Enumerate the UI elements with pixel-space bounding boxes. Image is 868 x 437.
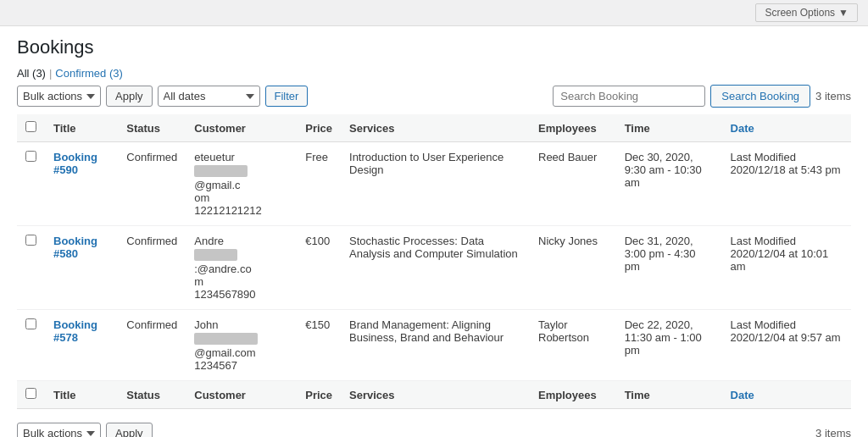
row-date-590: Last Modified 2020/12/18 at 5:43 pm	[722, 142, 851, 226]
customer-email-domain-580: :@andre.co	[194, 263, 251, 275]
row-employees-578: Taylor Robertson	[530, 310, 616, 381]
header-customer: Customer	[186, 114, 297, 142]
all-dates-select[interactable]: All dates December 2020	[158, 86, 260, 107]
customer-name-580: Andre	[194, 235, 288, 247]
customer-name-590: eteuetur	[194, 151, 288, 163]
top-controls: Bulk actions Delete Apply All dates Dece…	[17, 85, 851, 108]
screen-options-label: Screen Options	[765, 7, 835, 19]
table-footer-header-row: Title Status Customer Price Services Emp…	[17, 381, 851, 409]
row-services-578: Brand Management: Aligning Business, Bra…	[341, 310, 530, 381]
main-content: Bookings All (3) | Confirmed (3) Bulk ac…	[0, 26, 868, 437]
items-count-bottom: 3 items	[815, 427, 851, 437]
items-count-top: 3 items	[815, 90, 851, 102]
row-status-580: Confirmed	[118, 226, 186, 310]
row-time-590: Dec 30, 2020, 9:30 am - 10:30 am	[616, 142, 722, 226]
customer-email-590	[194, 165, 248, 177]
footer-header-time: Time	[616, 381, 722, 409]
header-title: Title	[45, 114, 118, 142]
screen-options-bar: Screen Options ▼	[0, 0, 868, 26]
customer-phone-590: 12212121212	[194, 204, 262, 217]
row-time-578: Dec 22, 2020, 11:30 am - 1:00 pm	[616, 310, 722, 381]
row-price-590: Free	[297, 142, 341, 226]
table-row: Booking #578 Confirmed John @gmail.com 1…	[17, 310, 851, 381]
filter-button[interactable]: Filter	[265, 86, 309, 107]
row-date-578: Last Modified 2020/12/04 at 9:57 am	[722, 310, 851, 381]
filter-link-all[interactable]: All (3)	[17, 67, 46, 80]
customer-email-m-580: m	[194, 275, 203, 288]
screen-options-chevron-icon: ▼	[838, 7, 849, 19]
row-services-580: Stochastic Processes: Data Analysis and …	[341, 226, 530, 310]
header-price: Price	[297, 114, 341, 142]
row-select-578[interactable]	[25, 318, 36, 329]
table-row: Booking #590 Confirmed eteuetur @gmail.c…	[17, 142, 851, 226]
row-date-580: Last Modified 2020/12/04 at 10:01 am	[722, 226, 851, 310]
footer-header-date[interactable]: Date	[722, 381, 851, 409]
header-date[interactable]: Date	[722, 114, 851, 142]
customer-email-domain-578: @gmail.com	[194, 346, 255, 359]
row-time-580: Dec 31, 2020, 3:00 pm - 4:30 pm	[616, 226, 722, 310]
apply-button-top[interactable]: Apply	[106, 86, 153, 107]
footer-header-price: Price	[297, 381, 341, 409]
bottom-controls-left: Bulk actions Delete Apply	[17, 423, 153, 437]
customer-email-domain-590: @gmail.c	[194, 179, 240, 191]
row-title-578: Booking #578	[45, 310, 118, 381]
header-status: Status	[118, 114, 186, 142]
top-controls-right: Search Booking 3 items	[553, 85, 851, 108]
footer-header-employees: Employees	[530, 381, 616, 409]
booking-link-590[interactable]: Booking #590	[53, 151, 97, 176]
row-checkbox-590	[17, 142, 45, 226]
footer-header-title: Title	[45, 381, 118, 409]
row-status-578: Confirmed	[118, 310, 186, 381]
row-title-580: Booking #580	[45, 226, 118, 310]
search-booking-button[interactable]: Search Booking	[710, 85, 810, 108]
select-all-checkbox[interactable]	[25, 121, 36, 132]
search-input[interactable]	[553, 86, 705, 107]
header-employees: Employees	[530, 114, 616, 142]
customer-email-578	[194, 333, 258, 345]
row-customer-590: eteuetur @gmail.c om 12212121212	[186, 142, 297, 226]
footer-header-customer: Customer	[186, 381, 297, 409]
row-checkbox-580	[17, 226, 45, 310]
row-select-580[interactable]	[25, 235, 36, 246]
table-row: Booking #580 Confirmed Andre :@andre.co …	[17, 226, 851, 310]
row-select-590[interactable]	[25, 151, 36, 162]
header-services: Services	[341, 114, 530, 142]
customer-name-578: John	[194, 318, 288, 331]
footer-select-all-checkbox[interactable]	[25, 388, 36, 399]
page-title: Bookings	[17, 36, 851, 58]
row-price-578: €150	[297, 310, 341, 381]
row-employees-580: Nicky Jones	[530, 226, 616, 310]
footer-header-status: Status	[118, 381, 186, 409]
row-customer-578: John @gmail.com 1234567	[186, 310, 297, 381]
header-checkbox-col	[17, 114, 45, 142]
filter-links: All (3) | Confirmed (3)	[17, 67, 851, 80]
screen-options-button[interactable]: Screen Options ▼	[755, 3, 858, 22]
customer-email-om-590: om	[194, 191, 209, 204]
bottom-items-count: 3 items	[815, 427, 851, 437]
row-title-590: Booking #590	[45, 142, 118, 226]
table-header-row: Title Status Customer Price Services Emp…	[17, 114, 851, 142]
row-checkbox-578	[17, 310, 45, 381]
bulk-actions-select-top[interactable]: Bulk actions Delete	[17, 86, 101, 107]
footer-checkbox-col	[17, 381, 45, 409]
row-services-590: Introduction to User Experience Design	[341, 142, 530, 226]
booking-link-578[interactable]: Booking #578	[53, 318, 97, 344]
page-wrapper: Screen Options ▼ Bookings All (3) | Conf…	[0, 0, 868, 437]
footer-header-services: Services	[341, 381, 530, 409]
bottom-controls: Bulk actions Delete Apply 3 items	[17, 416, 851, 437]
filter-link-confirmed[interactable]: Confirmed (3)	[55, 67, 122, 80]
bookings-table: Title Status Customer Price Services Emp…	[17, 114, 851, 409]
top-controls-left: Bulk actions Delete Apply All dates Dece…	[17, 86, 308, 107]
header-time: Time	[616, 114, 722, 142]
row-employees-590: Reed Bauer	[530, 142, 616, 226]
filter-separator: |	[49, 67, 52, 80]
customer-phone-580: 1234567890	[194, 288, 255, 301]
row-status-590: Confirmed	[118, 142, 186, 226]
row-price-580: €100	[297, 226, 341, 310]
booking-link-580[interactable]: Booking #580	[53, 235, 97, 260]
customer-phone-578: 1234567	[194, 359, 237, 372]
bulk-actions-select-bottom[interactable]: Bulk actions Delete	[17, 423, 101, 437]
apply-button-bottom[interactable]: Apply	[106, 423, 153, 437]
customer-email-580	[194, 249, 237, 261]
row-customer-580: Andre :@andre.co m 1234567890	[186, 226, 297, 310]
